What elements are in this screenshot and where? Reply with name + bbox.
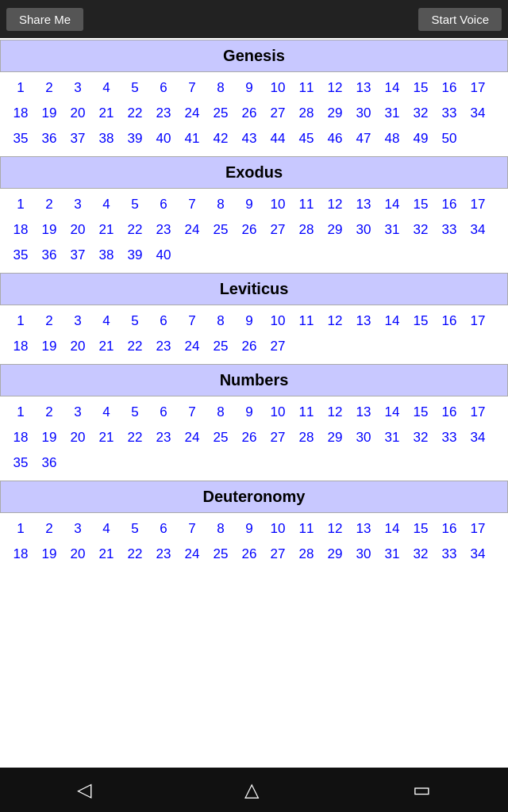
chapter-link[interactable]: 30: [349, 217, 378, 243]
chapter-link[interactable]: 17: [464, 400, 492, 425]
chapter-link[interactable]: 29: [321, 425, 349, 450]
chapter-link[interactable]: 50: [435, 126, 464, 151]
chapter-link[interactable]: 20: [64, 101, 92, 126]
chapter-link[interactable]: 28: [292, 101, 321, 126]
chapter-link[interactable]: 25: [206, 542, 235, 567]
chapter-link[interactable]: 10: [264, 400, 292, 425]
chapter-link[interactable]: 9: [235, 516, 264, 542]
chapter-link[interactable]: 21: [92, 425, 121, 450]
chapter-link[interactable]: 17: [464, 516, 492, 542]
chapter-link[interactable]: 16: [435, 400, 464, 425]
chapter-link[interactable]: 25: [206, 217, 235, 243]
chapter-link[interactable]: 7: [178, 400, 206, 425]
chapter-link[interactable]: 23: [149, 542, 178, 567]
chapter-link[interactable]: 4: [92, 516, 121, 542]
chapter-link[interactable]: 49: [406, 126, 435, 151]
chapter-link[interactable]: 31: [378, 101, 406, 126]
chapter-link[interactable]: 10: [264, 75, 292, 101]
chapter-link[interactable]: 34: [464, 542, 492, 567]
chapter-link[interactable]: 16: [435, 75, 464, 101]
chapter-link[interactable]: 5: [121, 308, 149, 334]
chapter-link[interactable]: 47: [349, 126, 378, 151]
chapter-link[interactable]: 44: [264, 126, 292, 151]
chapter-link[interactable]: 30: [349, 425, 378, 450]
chapter-link[interactable]: 7: [178, 75, 206, 101]
chapter-link[interactable]: 1: [6, 516, 35, 542]
chapter-link[interactable]: 20: [64, 334, 92, 359]
chapter-link[interactable]: 35: [6, 450, 35, 476]
chapter-link[interactable]: 36: [35, 126, 64, 151]
chapter-link[interactable]: 26: [235, 101, 264, 126]
chapter-link[interactable]: 22: [121, 101, 149, 126]
chapter-link[interactable]: 12: [321, 192, 349, 217]
chapter-link[interactable]: 14: [378, 192, 406, 217]
chapter-link[interactable]: 22: [121, 217, 149, 243]
chapter-link[interactable]: 23: [149, 217, 178, 243]
chapter-link[interactable]: 37: [64, 126, 92, 151]
chapter-link[interactable]: 9: [235, 75, 264, 101]
chapter-link[interactable]: 21: [92, 334, 121, 359]
chapter-link[interactable]: 14: [378, 308, 406, 334]
chapter-link[interactable]: 33: [435, 425, 464, 450]
chapter-link[interactable]: 13: [349, 75, 378, 101]
chapter-link[interactable]: 24: [178, 425, 206, 450]
chapter-link[interactable]: 4: [92, 192, 121, 217]
chapter-link[interactable]: 16: [435, 308, 464, 334]
chapter-link[interactable]: 32: [406, 542, 435, 567]
chapter-link[interactable]: 8: [206, 192, 235, 217]
chapter-link[interactable]: 1: [6, 192, 35, 217]
chapter-link[interactable]: 23: [149, 334, 178, 359]
chapter-link[interactable]: 11: [292, 400, 321, 425]
chapter-link[interactable]: 15: [406, 308, 435, 334]
chapter-link[interactable]: 14: [378, 400, 406, 425]
chapter-link[interactable]: 20: [64, 217, 92, 243]
chapter-link[interactable]: 26: [235, 542, 264, 567]
chapter-link[interactable]: 9: [235, 308, 264, 334]
chapter-link[interactable]: 5: [121, 75, 149, 101]
chapter-link[interactable]: 7: [178, 516, 206, 542]
chapter-link[interactable]: 2: [35, 516, 64, 542]
chapter-link[interactable]: 8: [206, 516, 235, 542]
chapter-link[interactable]: 11: [292, 308, 321, 334]
chapter-link[interactable]: 40: [149, 243, 178, 268]
chapter-link[interactable]: 2: [35, 308, 64, 334]
chapter-link[interactable]: 31: [378, 425, 406, 450]
chapter-link[interactable]: 36: [35, 243, 64, 268]
chapter-link[interactable]: 18: [6, 542, 35, 567]
chapter-link[interactable]: 33: [435, 542, 464, 567]
chapter-link[interactable]: 2: [35, 400, 64, 425]
chapter-link[interactable]: 26: [235, 334, 264, 359]
chapter-link[interactable]: 17: [464, 308, 492, 334]
chapter-link[interactable]: 27: [264, 101, 292, 126]
chapter-link[interactable]: 26: [235, 425, 264, 450]
chapter-link[interactable]: 32: [406, 101, 435, 126]
chapter-link[interactable]: 32: [406, 217, 435, 243]
chapter-link[interactable]: 27: [264, 217, 292, 243]
chapter-link[interactable]: 1: [6, 308, 35, 334]
voice-button[interactable]: Start Voice: [418, 8, 502, 31]
chapter-link[interactable]: 45: [292, 126, 321, 151]
chapter-link[interactable]: 38: [92, 243, 121, 268]
chapter-link[interactable]: 9: [235, 192, 264, 217]
chapter-link[interactable]: 3: [64, 75, 92, 101]
chapter-link[interactable]: 15: [406, 516, 435, 542]
chapter-link[interactable]: 2: [35, 192, 64, 217]
chapter-link[interactable]: 15: [406, 192, 435, 217]
chapter-link[interactable]: 39: [121, 126, 149, 151]
chapter-link[interactable]: 15: [406, 400, 435, 425]
chapter-link[interactable]: 3: [64, 516, 92, 542]
chapter-link[interactable]: 21: [92, 101, 121, 126]
chapter-link[interactable]: 13: [349, 308, 378, 334]
chapter-link[interactable]: 21: [92, 542, 121, 567]
chapter-link[interactable]: 48: [378, 126, 406, 151]
chapter-link[interactable]: 13: [349, 516, 378, 542]
chapter-link[interactable]: 37: [64, 243, 92, 268]
chapter-link[interactable]: 28: [292, 542, 321, 567]
chapter-link[interactable]: 34: [464, 425, 492, 450]
chapter-link[interactable]: 3: [64, 308, 92, 334]
chapter-link[interactable]: 25: [206, 334, 235, 359]
chapter-link[interactable]: 12: [321, 308, 349, 334]
chapter-link[interactable]: 4: [92, 75, 121, 101]
chapter-link[interactable]: 31: [378, 542, 406, 567]
chapter-link[interactable]: 33: [435, 101, 464, 126]
